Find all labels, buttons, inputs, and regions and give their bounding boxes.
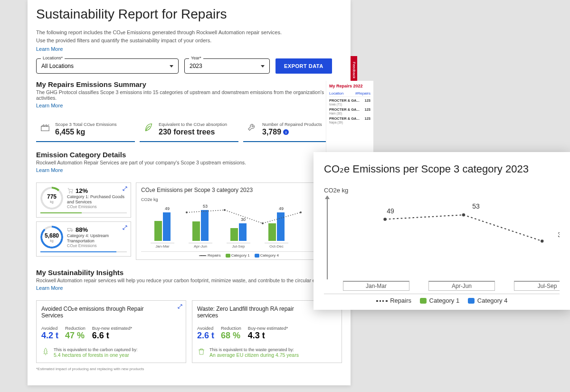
svg-point-8 [262,222,264,224]
year-select-wrap: Year* 2023 [184,58,270,74]
col-repairs: #Repairs [355,91,370,96]
learn-more-summary[interactable]: Learn More [36,103,63,108]
svg-point-9 [300,211,302,213]
leaf-icon [143,122,154,132]
category1-sub: CO₂e Emissions [67,204,127,209]
data-label: 49 [387,207,394,215]
zoom-chart-title: CO₂e Emissions per Scope 3 category 2023 [324,163,560,176]
reduction-value: 68 % [221,331,241,341]
donut-unit: kg [50,200,53,203]
side-row[interactable]: PROCTER & GA...123 Iowa (71) [329,98,370,106]
buynew-value: 4.3 t [248,331,288,341]
avoided-value: 4.2 t [41,331,58,341]
legend-repairs: Repairs [390,297,411,304]
insights-row: Avoided CO₂e emissions through Repair Se… [36,300,342,363]
info-icon[interactable]: i [283,129,289,135]
expand-icon[interactable] [122,186,128,191]
cart-icon [67,187,74,194]
category1-percent: 12% [76,187,88,194]
category4-card: 5,680 kg 88% Category 4: Upstream Transp… [36,221,131,257]
category1-card: 775 kg 12% Category 1: Purchased Goods a… [36,182,131,218]
learn-more-insights[interactable]: Learn More [36,285,63,291]
chevron-down-icon [261,65,265,67]
svg-point-1 [69,192,70,193]
side-row[interactable]: PROCTER & GA...123 Ham (30) [329,107,370,115]
x-label: Jul-Sep [227,243,250,249]
zoom-chart: 49 53 30 Jan-Mar Apr-Jun Jul-Sep [324,196,560,291]
avoided-value: 2.6 t [197,331,214,341]
donut-unit: kg [50,239,53,242]
metric-label: Buy-new estimated* [248,325,288,331]
metric-label: Avoided [41,325,58,331]
truck-icon [67,226,74,233]
expand-icon[interactable] [122,225,128,230]
category4-sub: CO₂e Emissions [67,243,127,248]
data-label: 49 [279,206,284,211]
category4-name: Category 4: Upstream Transportation [67,233,127,244]
expand-icon[interactable] [177,304,183,309]
kpi-forest-equivalent: Equivalent to the CO₂e absorption 230 fo… [140,118,238,142]
category1-name: Category 1: Purchased Goods and Services [67,194,127,205]
data-label: 49 [165,206,170,211]
x-label: Jan-Mar [151,243,174,249]
kpi-label: Equivalent to the CO₂e absorption [159,122,227,127]
metric-label: Buy-new estimated* [92,325,132,331]
svg-point-4 [68,231,69,232]
data-label: 30 [241,217,246,222]
details-grid: 775 kg 12% Category 1: Purchased Goods a… [36,182,342,260]
kpi-value: 3,789 i [262,128,322,136]
donut-value: 5,680 [45,232,59,239]
equiv-intro: This is equivalent to the carbon capture… [54,347,138,352]
side-row[interactable]: PROCTER & GA...123 Napa (39) [329,116,370,124]
location-select-label: Locations* [41,56,65,60]
metric-label: Reduction [221,325,241,331]
legend-cat4: Category 4 [477,297,508,304]
footnote: *Estimated impact of producing and repla… [36,367,342,371]
kpi-row: Scope 3 Total CO₂e Emissions 6,455 kg Eq… [36,118,342,142]
insights-heading: My Sustainability Insights [36,268,342,277]
mini-chart: 49 53 30 49 Jan-Mar Apr-Jun Jul-Sep Oct-… [141,203,337,250]
buynew-value: 6.6 t [92,331,132,341]
mini-chart-ylabel: CO2e kg [141,197,337,202]
svg-point-5 [71,231,72,232]
filter-row: Locations* All Locations Year* 2023 EXPO… [36,58,342,74]
legend-repairs: Repairs [208,253,221,258]
insight-emissions-card: Avoided CO₂e emissions through Repair Se… [36,300,186,363]
x-label: Apr-Jun [189,243,212,249]
data-label: 53 [472,202,480,210]
chevron-down-icon [170,65,173,67]
equiv-intro: This is equivalent to the waste generate… [209,347,299,352]
category-cards-col: 775 kg 12% Category 1: Purchased Goods a… [36,182,131,260]
summary-desc: The GHG Protocol classifies Scope 3 emis… [36,89,342,101]
learn-more-details[interactable]: Learn More [36,167,63,173]
reduction-value: 47 % [65,331,86,341]
location-select[interactable]: All Locations [36,58,179,74]
intro-line-1: The following report includes the CO₂e E… [36,29,342,37]
metric-label: Reduction [65,325,86,331]
mini-chart-title: CO₂e Emissions per Scope 3 category 2023 [141,187,337,193]
details-heading: Emission Category Details [36,151,342,159]
factory-icon [40,122,50,132]
data-label: 30 [558,231,560,239]
export-button[interactable]: EXPORT DATA [276,58,332,74]
kpi-value: 6,455 kg [55,128,117,136]
x-label: Oct-Dec [265,243,288,249]
x-label: Apr-Jun [428,281,495,291]
my-repairs-side-panel: My Repairs 2022 Location #Repairs PROCTE… [326,81,373,152]
data-label: 53 [203,204,208,209]
insight-title: Waste: Zero Landfill through RA repair s… [197,306,309,319]
y-axis [327,196,328,279]
svg-rect-3 [67,229,71,231]
svg-point-2 [72,192,73,193]
category4-donut: 5,680 kg [40,226,63,249]
zoom-chart-ylabel: CO2e kg [324,187,560,194]
report-panel: Sustainability Report for Repairs The fo… [28,0,351,385]
zoom-chart-legend: Repairs Category 1 Category 4 [324,294,560,304]
svg-point-7 [224,209,226,211]
year-select[interactable]: 2023 [184,58,270,74]
insight-title: Avoided CO₂e emissions through Repair Se… [41,306,153,319]
legend-cat1: Category 1 [231,253,250,258]
feedback-tab[interactable]: Feedback [351,56,357,85]
equiv-value: 5.4 hectares of forests in one year [54,352,138,358]
learn-more-top[interactable]: Learn More [36,46,63,52]
